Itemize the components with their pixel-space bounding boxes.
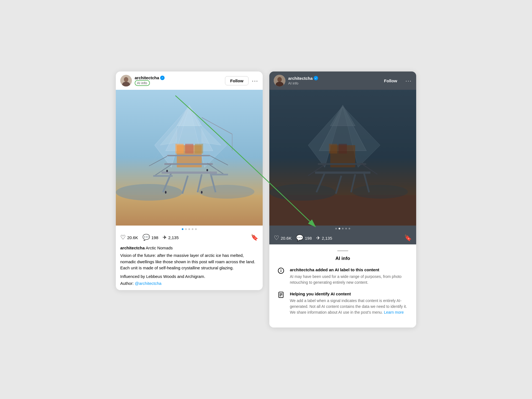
bookmark-icon[interactable]: 🔖 bbox=[251, 234, 258, 241]
caption-title-value: Arctic Nomads bbox=[146, 245, 173, 250]
info-circle-icon bbox=[276, 267, 286, 277]
share-icon: ✈ bbox=[163, 234, 167, 241]
ai-info-item-2-body: We add a label when a signal indicates t… bbox=[290, 298, 410, 315]
right-dot-1[interactable] bbox=[335, 228, 337, 229]
right-post-card: architectcha ✓ AI info Follow ··· bbox=[269, 71, 416, 328]
more-options-icon[interactable]: ··· bbox=[252, 78, 258, 84]
right-like-count: 20.6K bbox=[281, 236, 291, 241]
dot-2[interactable] bbox=[185, 228, 187, 230]
svg-point-27 bbox=[166, 170, 168, 172]
caption-author-link[interactable]: @architectcha bbox=[135, 281, 162, 286]
ai-info-username: architectcha bbox=[290, 267, 314, 272]
right-dot-5[interactable] bbox=[349, 228, 350, 229]
caption-author-label: Author: bbox=[120, 281, 134, 286]
svg-point-28 bbox=[206, 169, 208, 171]
svg-point-41 bbox=[277, 77, 282, 82]
right-heart-icon: ♡ bbox=[274, 234, 279, 242]
right-share-count: 2,135 bbox=[322, 236, 332, 241]
ai-info-title-suffix: added an AI label to this content bbox=[314, 267, 379, 272]
username-text[interactable]: architectcha bbox=[135, 75, 159, 80]
comment-icon: 💬 bbox=[142, 234, 150, 241]
heart-icon: ♡ bbox=[120, 234, 126, 241]
comment-count: 198 bbox=[151, 235, 158, 240]
right-image-dots bbox=[269, 226, 416, 232]
dot-1[interactable] bbox=[182, 228, 183, 230]
svg-rect-13 bbox=[195, 144, 203, 154]
ai-info-panel: AI info architectcha added an AI label t… bbox=[269, 244, 416, 328]
svg-rect-11 bbox=[175, 144, 184, 154]
right-header-actions: Follow ··· bbox=[379, 76, 412, 85]
learn-more-link[interactable]: Learn more bbox=[384, 310, 404, 314]
user-info: architectcha ✓ AI info bbox=[135, 75, 222, 86]
ai-info-item-1-text: architectcha added an AI label to this c… bbox=[290, 267, 410, 285]
ai-info-item-2: Helping you identify AI content We add a… bbox=[276, 291, 410, 315]
post-caption: architectcha Arctic Nomads Vision of the… bbox=[116, 243, 263, 290]
svg-rect-18 bbox=[162, 172, 217, 174]
follow-button[interactable]: Follow bbox=[225, 76, 249, 85]
comment-action[interactable]: 💬 198 bbox=[142, 234, 158, 241]
svg-rect-12 bbox=[185, 144, 193, 154]
right-share-action[interactable]: ✈ 2,135 bbox=[316, 235, 332, 241]
right-comment-icon: 💬 bbox=[296, 234, 303, 242]
caption-title: architectcha Arctic Nomads bbox=[120, 245, 258, 250]
verified-badge: ✓ bbox=[160, 76, 165, 80]
left-post-header: architectcha ✓ AI info Follow ··· bbox=[116, 71, 263, 90]
svg-point-29 bbox=[201, 191, 203, 194]
like-count: 20.6K bbox=[127, 235, 138, 240]
right-user-info: architectcha ✓ AI info bbox=[288, 76, 376, 86]
post-image bbox=[116, 90, 263, 226]
right-comment-count: 198 bbox=[305, 236, 312, 241]
ai-info-panel-title: AI info bbox=[276, 256, 410, 261]
right-more-options-icon[interactable]: ··· bbox=[405, 78, 412, 84]
svg-rect-26 bbox=[210, 174, 228, 175]
dot-3[interactable] bbox=[188, 228, 190, 230]
caption-influenced-text: Influenced by Lebbeus Woods and Archigra… bbox=[120, 274, 258, 279]
right-bookmark-icon[interactable]: 🔖 bbox=[404, 234, 412, 242]
right-avatar[interactable] bbox=[274, 75, 285, 86]
right-like-action[interactable]: ♡ 20.6K bbox=[274, 234, 291, 242]
right-post-image bbox=[269, 90, 416, 226]
username-row: architectcha ✓ bbox=[135, 75, 222, 80]
right-username-text[interactable]: architectcha bbox=[288, 76, 313, 81]
right-follow-button[interactable]: Follow bbox=[379, 76, 402, 85]
ai-info-label-circled[interactable]: AI info bbox=[135, 80, 150, 86]
ai-info-item-2-text: Helping you identify AI content We add a… bbox=[290, 291, 410, 315]
right-share-icon: ✈ bbox=[316, 235, 320, 241]
caption-author: Author: @architectcha bbox=[120, 281, 258, 286]
drag-handle bbox=[337, 250, 348, 251]
like-action[interactable]: ♡ 20.6K bbox=[120, 234, 138, 241]
caption-body-text: Vision of the future: after the massive … bbox=[120, 252, 258, 271]
ai-info-item-1: architectcha added an AI label to this c… bbox=[276, 267, 410, 285]
right-verified-badge: ✓ bbox=[314, 76, 318, 80]
right-dot-2[interactable] bbox=[339, 228, 340, 229]
header-actions: Follow ··· bbox=[225, 76, 258, 85]
right-comment-action[interactable]: 💬 198 bbox=[296, 234, 312, 242]
svg-point-30 bbox=[165, 191, 167, 194]
svg-point-6 bbox=[199, 185, 254, 199]
ai-info-text: AI info bbox=[137, 81, 147, 85]
dot-4[interactable] bbox=[192, 228, 193, 230]
share-count: 2,135 bbox=[168, 235, 179, 240]
svg-rect-20 bbox=[167, 155, 210, 156]
actions-row: ♡ 20.6K 💬 198 ✈ 2,135 🔖 bbox=[116, 233, 263, 243]
svg-rect-19 bbox=[164, 163, 213, 165]
caption-username[interactable]: architectcha bbox=[120, 245, 145, 250]
right-ai-info-label[interactable]: AI info bbox=[288, 81, 298, 85]
right-post-header: architectcha ✓ AI info Follow ··· bbox=[269, 71, 416, 90]
ai-info-item-1-title: architectcha added an AI label to this c… bbox=[290, 267, 410, 273]
document-icon bbox=[276, 291, 286, 301]
ai-info-label-container: AI info bbox=[135, 80, 222, 86]
left-post-card: architectcha ✓ AI info Follow ··· bbox=[116, 71, 263, 290]
right-dot-4[interactable] bbox=[345, 228, 347, 229]
avatar[interactable] bbox=[120, 75, 132, 86]
svg-rect-25 bbox=[153, 175, 173, 177]
svg-point-1 bbox=[124, 77, 128, 82]
right-dot-3[interactable] bbox=[342, 228, 344, 229]
dot-5[interactable] bbox=[195, 228, 197, 230]
ai-info-item-1-body: AI may have been used for a wide range o… bbox=[290, 274, 410, 285]
ai-info-item-2-title: Helping you identify AI content bbox=[290, 291, 410, 297]
right-username-row: architectcha ✓ bbox=[288, 76, 376, 81]
image-dots bbox=[116, 226, 263, 233]
right-actions-row: ♡ 20.6K 💬 198 ✈ 2,135 🔖 bbox=[269, 232, 416, 244]
share-action[interactable]: ✈ 2,135 bbox=[163, 234, 179, 241]
